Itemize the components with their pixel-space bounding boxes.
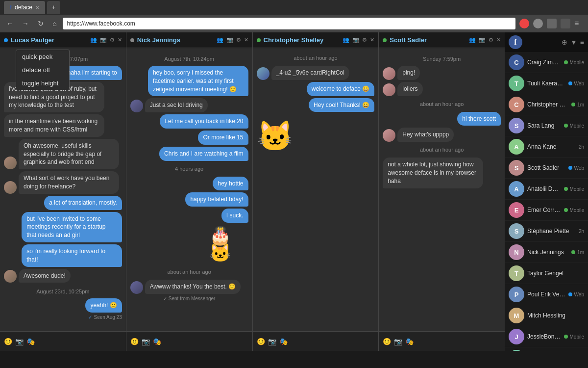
friend-avatar: J (509, 329, 524, 344)
friend-item[interactable]: J JessieBonita Pe... Mobile (505, 326, 588, 347)
home-button[interactable]: ⌂ (50, 19, 59, 28)
msg-row: Awwww thanks! You the best. 🙂 (130, 280, 248, 294)
add-friend-icon[interactable]: 👥 (469, 37, 476, 43)
dropdown-item-deface-off[interactable]: deface off (16, 63, 69, 77)
sidebar-icon-3[interactable]: ≡ (580, 38, 584, 46)
sticker-icon[interactable]: 🎭 (405, 338, 414, 345)
friend-avatar: C (509, 97, 524, 112)
sidebar-icon-2[interactable]: ▼ (570, 38, 577, 46)
video-icon[interactable]: 📷 (479, 37, 486, 43)
extension-icon-4[interactable] (561, 19, 570, 28)
video-icon[interactable]: 📷 (352, 37, 359, 43)
dropdown-item-quick-peek[interactable]: quick peek (16, 50, 69, 63)
friend-avatar: C (509, 54, 524, 70)
friend-status-text: 2h (579, 229, 584, 234)
msg-bubble: Awwww thanks! You the best. 🙂 (145, 280, 241, 294)
friend-item[interactable]: N Nick Jennings 1m (505, 242, 588, 263)
friend-status: 2h (579, 229, 584, 234)
close-icon[interactable]: ✕ (244, 37, 248, 43)
image-icon[interactable]: 📷 (15, 338, 24, 345)
video-icon[interactable]: 📷 (226, 37, 233, 43)
friend-item[interactable]: C Christopher Shelley 1m (505, 94, 588, 115)
status-dot (568, 292, 572, 296)
emoji-icon[interactable]: 🙂 (257, 338, 265, 345)
new-tab[interactable]: + (47, 1, 60, 14)
time-sep-scott: about an hour ago (383, 101, 501, 107)
back-button[interactable]: ← (4, 19, 16, 28)
sticker-icon[interactable]: 🎭 (279, 338, 288, 345)
image-icon[interactable]: 📷 (394, 338, 402, 345)
msg-bubble: Let me call you back in like 20 (160, 114, 248, 129)
msg-row: lollers (383, 82, 501, 96)
friend-avatar: S (509, 223, 524, 239)
friend-item[interactable]: S Sara Lang Mobile (505, 115, 588, 136)
friend-name: Tuuli Kaeramaa (527, 80, 565, 87)
friend-item[interactable]: M Mark Remfert (505, 347, 588, 351)
chat-footer-nick: 🙂 📷 🎭 (126, 331, 252, 351)
friend-info: Craig Zimanske (527, 59, 561, 66)
emoji-icon[interactable]: 🙂 (130, 338, 139, 345)
friend-item[interactable]: E Emer Corrigan Mobile (505, 200, 588, 221)
extension-icon-3[interactable] (547, 19, 557, 28)
friend-item[interactable]: M Mitch Hessling (505, 305, 588, 326)
friend-status: Web (568, 292, 584, 297)
emoji-icon[interactable]: 🙂 (383, 338, 391, 345)
gear-icon[interactable]: ⚙ (236, 37, 241, 43)
friend-item[interactable]: T Tuuli Kaeramaa Web (505, 73, 588, 94)
close-icon[interactable]: ✕ (118, 37, 122, 43)
msg-bubble: I suck. (221, 209, 248, 223)
status-dot (568, 81, 572, 85)
sticker-icon[interactable]: 🎭 (26, 338, 35, 345)
extension-icon-1[interactable] (519, 19, 529, 28)
gear-icon[interactable]: ⚙ (489, 37, 493, 43)
tab-close-button[interactable]: ✕ (35, 5, 39, 10)
friend-status: Mobile (564, 186, 584, 192)
close-icon[interactable]: ✕ (496, 37, 501, 43)
video-icon[interactable]: 📷 (100, 37, 107, 43)
add-friend-icon[interactable]: 👥 (90, 37, 97, 43)
msg-bubble: Oh awesome, useful skills especially to … (19, 139, 119, 169)
msg-bubble: ping! (397, 66, 420, 80)
chat-header-icons-scott: 👥 📷 ⚙ ✕ (469, 37, 501, 43)
friend-item[interactable]: C Craig Zimanske Mobile (505, 52, 588, 73)
friend-item[interactable]: A Anna Kane 2h (505, 136, 588, 158)
image-icon[interactable]: 📷 (268, 338, 276, 345)
chat-header-scott: Scott Sadler 👥 📷 ⚙ ✕ (379, 32, 505, 48)
add-friend-icon[interactable]: 👥 (217, 37, 223, 43)
friend-item[interactable]: T Taylor Gengel (505, 263, 588, 284)
image-icon[interactable]: 📷 (142, 338, 150, 345)
gear-icon[interactable]: ⚙ (362, 37, 367, 43)
friend-status-text: Mobile (570, 208, 584, 213)
time-sep-chris: about an hour ago (257, 55, 375, 61)
friend-item[interactable]: A Anatolii Doludenko Mobile (505, 179, 588, 200)
msg-bubble: hey boo, sorry i missed the facetime ear… (148, 66, 248, 96)
status-dot (564, 187, 568, 191)
sticker-icon[interactable]: 🎭 (153, 338, 161, 345)
chat-name-chris: Christopher Shelley (264, 36, 340, 44)
sticker-pusheen: 🐱 (257, 119, 294, 154)
friend-avatar: M (509, 308, 524, 323)
active-tab[interactable]: f deface ✕ (4, 1, 45, 14)
address-bar[interactable]: https://www.facebook.com (63, 18, 515, 29)
tab-label: deface (15, 4, 32, 11)
close-icon[interactable]: ✕ (370, 37, 374, 43)
timestamp-scott: Sunday 7:59pm (383, 56, 501, 62)
friend-item[interactable]: S Scott Sadler Web (505, 158, 588, 179)
add-friend-icon[interactable]: 👥 (343, 37, 349, 43)
extension-icon-2[interactable] (533, 19, 543, 28)
dropdown-item-toggle-height[interactable]: toggle height (16, 77, 69, 90)
emoji-icon[interactable]: 🙂 (4, 338, 12, 345)
refresh-button[interactable]: ↻ (35, 19, 46, 28)
friend-item[interactable]: P Poul Erik Venø H... Web (505, 284, 588, 305)
avatar-lucas (4, 270, 17, 283)
msg-row: Just a sec lol driving (130, 98, 248, 112)
sidebar-header-icons: ⊕ ▼ ≡ (562, 38, 584, 46)
menu-button[interactable]: ≡ (574, 19, 584, 28)
sidebar-icon-1[interactable]: ⊕ (562, 38, 567, 46)
forward-button[interactable]: → (20, 19, 31, 28)
status-dot-nick (130, 38, 134, 42)
chat-panels: Lucas Paulger 👥 📷 ⚙ ✕ August 19th, 7:07p… (0, 32, 505, 351)
chat-body-chris: about an hour ago _4-u2 _5v6e cardRightC… (253, 48, 379, 331)
gear-icon[interactable]: ⚙ (110, 37, 115, 43)
friend-item[interactable]: S Stéphane Piette 2h (505, 221, 588, 242)
